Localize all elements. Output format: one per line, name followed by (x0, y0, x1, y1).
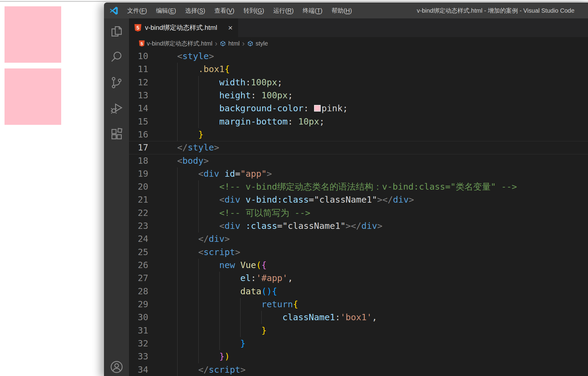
code-line-27[interactable]: 27 el:'#app', (129, 272, 588, 285)
code-line-22[interactable]: 22 <!-- 可以简写为 --> (129, 207, 588, 220)
search-icon[interactable] (104, 44, 129, 70)
source-control-icon[interactable] (104, 70, 129, 95)
menu-h[interactable]: 帮助(H) (327, 7, 357, 15)
indent-guide (198, 193, 199, 206)
titlebar: 文件(F)编辑(E)选择(S)查看(V)转到(G)运行(R)终端(T)帮助(H)… (104, 3, 588, 18)
code-line-17[interactable]: 17 </style> (129, 141, 588, 154)
code-token: > (409, 194, 414, 205)
code-token (156, 90, 219, 100)
preview-pink-box-1 (5, 6, 61, 63)
menu-v[interactable]: 查看(V) (210, 7, 239, 15)
code-line-33[interactable]: 33 }) (129, 350, 588, 363)
indent-guide (177, 311, 178, 324)
code-line-20[interactable]: 20 <!-- v-bind绑定动态类名的语法结构：v-bind:class="… (129, 180, 588, 193)
code-line-14[interactable]: 14 background-color: pink; (129, 102, 588, 115)
code-token: : (303, 103, 309, 113)
code-line-25[interactable]: 25 <script> (129, 246, 588, 259)
indent-guide (198, 285, 199, 298)
code-line-32[interactable]: 32 } (129, 337, 588, 350)
line-number: 18 (129, 154, 148, 167)
code-token: : (251, 273, 256, 283)
code-line-11[interactable]: 11 .box1{ (129, 63, 588, 76)
breadcrumb-item-html[interactable]: html (220, 40, 240, 47)
window-title: v-bind绑定动态样式.html - 增加的案例 - Visual Studi… (417, 3, 574, 18)
code-token: ; (288, 90, 293, 100)
code-token: = (277, 221, 282, 231)
menu-f[interactable]: 文件(F) (123, 7, 152, 15)
indent-guide (177, 89, 178, 102)
code-token (156, 351, 219, 362)
code-line-31[interactable]: 31 } (129, 324, 588, 337)
indent-guide (198, 102, 199, 115)
indent-guide (219, 324, 220, 337)
code-line-23[interactable]: 23 <div :class="className1"></div> (129, 220, 588, 232)
code-line-19[interactable]: 19 <div id="app"> (129, 167, 588, 180)
code-token (156, 182, 219, 192)
code-token (156, 299, 261, 309)
explorer-icon[interactable] (104, 18, 129, 44)
line-number: 15 (129, 115, 148, 128)
code-editor[interactable]: 10 <style>11 .box1{12 width:100px;13 hei… (129, 50, 588, 376)
account-icon[interactable] (104, 359, 129, 375)
menu-t[interactable]: 终端(T) (298, 7, 327, 15)
html5-icon: 5 (134, 24, 141, 32)
breadcrumb-item-style[interactable]: style (247, 40, 268, 47)
code-token: div (203, 169, 219, 179)
code-token: } (198, 129, 203, 140)
indent-guide (177, 167, 178, 180)
code-token: pink (322, 103, 343, 113)
extensions-icon[interactable] (104, 121, 129, 147)
line-number: 10 (129, 50, 148, 63)
indent-guide (198, 324, 199, 337)
code-line-18[interactable]: 18 <body> (129, 154, 588, 167)
code-token: { (272, 286, 277, 296)
code-token: div (225, 194, 240, 205)
code-token: 100px (251, 77, 277, 87)
vscode-logo-icon[interactable] (109, 6, 118, 15)
menu-g[interactable]: 转到(G) (239, 7, 269, 15)
code-token: div (209, 234, 225, 244)
code-line-21[interactable]: 21 <div v-bind:class="className1"></div> (129, 193, 588, 206)
code-token: '#app' (256, 273, 288, 283)
code-token: , (372, 312, 377, 322)
code-line-13[interactable]: 13 height: 100px; (129, 89, 588, 102)
code-token: > (209, 51, 214, 61)
code-line-16[interactable]: 16 } (129, 128, 588, 141)
code-line-30[interactable]: 30 className1:'box1', (129, 311, 588, 324)
code-token: = (235, 169, 240, 179)
run-debug-icon[interactable] (104, 95, 129, 121)
menu-r[interactable]: 运行(R) (269, 7, 298, 15)
line-number: 34 (129, 363, 148, 376)
indent-guide (198, 350, 199, 363)
color-swatch-pink[interactable] (314, 105, 321, 112)
code-token: > (225, 234, 230, 244)
line-number: 13 (129, 89, 148, 102)
code-token (309, 103, 314, 113)
breadcrumb-separator: › (242, 40, 245, 46)
editor-group: 5 v-bind绑定动态样式.html × 5v-bind绑定动态样式.html… (129, 18, 588, 376)
menu-s[interactable]: 选择(S) (181, 7, 210, 15)
workbench: 5 v-bind绑定动态样式.html × 5v-bind绑定动态样式.html… (104, 18, 588, 376)
code-token: { (225, 64, 230, 74)
line-number: 28 (129, 285, 148, 298)
code-line-15[interactable]: 15 margin-bottom: 10px; (129, 115, 588, 128)
code-line-26[interactable]: 26 new Vue({ (129, 259, 588, 272)
indent-guide (177, 272, 178, 285)
menu-e[interactable]: 编辑(E) (152, 7, 181, 15)
preview-pink-box-2 (5, 68, 61, 125)
code-line-28[interactable]: 28 data(){ (129, 285, 588, 298)
line-number: 24 (129, 232, 148, 245)
code-token: style (188, 142, 214, 153)
code-line-10[interactable]: 10 <style> (129, 50, 588, 63)
code-token: .box1 (198, 64, 225, 74)
code-line-24[interactable]: 24 </div> (129, 232, 588, 245)
indent-guide (177, 76, 178, 89)
code-line-12[interactable]: 12 width:100px; (129, 76, 588, 89)
close-icon[interactable]: × (227, 24, 234, 32)
code-line-34[interactable]: 34 </script> (129, 363, 588, 376)
code-line-29[interactable]: 29 return{ (129, 298, 588, 311)
line-number: 20 (129, 180, 148, 193)
breadcrumb-item-file[interactable]: 5v-bind绑定动态样式.html (139, 39, 212, 48)
tab-active[interactable]: 5 v-bind绑定动态样式.html × (129, 18, 238, 37)
indent-guide (177, 232, 178, 245)
